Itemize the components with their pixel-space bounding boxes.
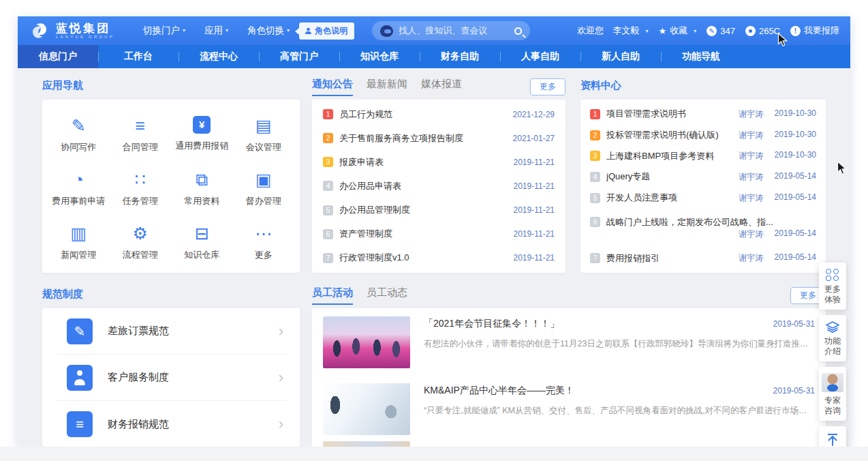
pencil-circle-icon: ✎ xyxy=(707,26,717,36)
activities-tabs: 员工活动 员工动态 xyxy=(312,286,407,305)
yuan-expense-icon: ¥ xyxy=(193,116,211,134)
stage-performance-photo xyxy=(323,316,410,368)
notice-title: 关于售前服务商务立项报告制度 xyxy=(339,132,506,145)
activity-item[interactable]: 「2021年会节目征集令！！！」 2019-05-31 有想法的小伙伴，请带着你… xyxy=(312,308,826,375)
notice-list: 1 员工行为规范 2021-12-29 2 关于售前服务商务立项报告制度 202… xyxy=(312,100,565,273)
app-shortcut[interactable]: ∷ 任务管理 xyxy=(110,170,172,207)
logo[interactable]: 蓝悦集团 LANYUE GROUP xyxy=(29,20,114,41)
nav-tab[interactable]: 知识仓库 xyxy=(339,45,420,68)
nav-tab[interactable]: 财务自助 xyxy=(420,45,500,68)
back-to-top-icon xyxy=(826,433,839,446)
user-menu[interactable]: 欢迎您 李文毅 ▾ xyxy=(577,25,649,37)
activities-header: 员工活动 员工动态 更多 xyxy=(312,286,826,305)
nav-tab[interactable]: 新人自助 xyxy=(580,45,661,68)
nav-tab[interactable]: 人事自助 xyxy=(500,45,580,68)
news-clipboard-icon: ▥ xyxy=(70,224,87,243)
expert-consult-button[interactable]: 专家咨询 xyxy=(819,367,846,421)
notices-tab[interactable]: 媒体报道 xyxy=(421,78,462,95)
notice-row[interactable]: 6 资产管理制度 2019-11-21 xyxy=(323,222,555,246)
chevron-right-icon: › xyxy=(279,324,283,339)
app-shortcut[interactable]: ▣ 督办管理 xyxy=(233,170,295,207)
nav-tab[interactable]: 高管门户 xyxy=(259,45,339,68)
app-shortcut[interactable]: ◔ 费用事前申请 xyxy=(48,170,110,207)
app-shortcut[interactable]: ⧉ 常用资料 xyxy=(171,170,233,207)
notices-tab[interactable]: 通知公告 xyxy=(312,78,353,96)
pencil-icon: ✎ xyxy=(72,116,86,135)
doc-date: 2019-10-30 xyxy=(775,108,816,120)
edit-count[interactable]: ✎ 347 xyxy=(707,26,735,36)
more-dots-icon: ⋯ xyxy=(255,224,272,243)
doc-row[interactable]: 1 项目管理需求说明书 谢宇涛2019-10-30 xyxy=(590,104,816,124)
notice-row[interactable]: 5 办公用品管理制度 2019-11-21 xyxy=(323,198,555,222)
doc-date: 2019-05-14 xyxy=(775,228,816,240)
notice-row[interactable]: 1 员工行为规范 2021-12-29 xyxy=(323,103,555,126)
doc-title: 费用报销指引 xyxy=(606,252,660,265)
search-icon[interactable] xyxy=(514,27,522,35)
nav-tab[interactable]: 信息门户 xyxy=(18,45,98,68)
rule-label: 差旅订票规范 xyxy=(108,325,169,338)
notice-date: 2019-11-21 xyxy=(514,253,555,263)
role-description-button[interactable]: 角色说明 xyxy=(299,23,354,40)
doc-author: 谢宇涛 xyxy=(739,108,764,120)
app-shortcut[interactable]: ✎ 协同写作 xyxy=(48,116,110,153)
doc-row[interactable]: 6 战略门户上线啦，定期发布公司战略、指... 谢宇涛2019-05-14 xyxy=(590,209,816,247)
doc-row[interactable]: 4 jQuery专题 谢宇涛2019-05-14 xyxy=(590,167,816,187)
nav-tab[interactable]: 流程中心 xyxy=(179,45,259,68)
favorites-menu[interactable]: ★ 收藏 ▾ xyxy=(659,25,697,37)
doc-title: 开发人员注意事项 xyxy=(606,192,677,204)
star-icon: ★ xyxy=(659,26,667,36)
search-placeholder: 找人、搜知识、查会议 xyxy=(399,25,509,37)
welcome-text: 欢迎您 xyxy=(577,25,604,37)
report-issue-button[interactable]: ! 我要报障 xyxy=(790,25,839,37)
rank-badge: 4 xyxy=(590,172,600,182)
notices-tab[interactable]: 最新新闻 xyxy=(367,78,407,95)
rank-badge: 1 xyxy=(590,109,600,119)
notice-row[interactable]: 3 报废申请表 2019-11-21 xyxy=(323,151,555,174)
chevron-right-icon: › xyxy=(279,417,283,432)
notice-date: 2019-11-21 xyxy=(514,158,555,167)
app-shortcut[interactable]: ¥ 通用费用报销 xyxy=(171,116,233,153)
nav-tab[interactable]: 工作台 xyxy=(98,45,179,68)
docs-card: 1 项目管理需求说明书 谢宇涛2019-10-30 2 投标管理需求说明书(确认… xyxy=(580,100,826,273)
app-shortcut[interactable]: ▥ 新闻管理 xyxy=(48,224,110,261)
rule-item[interactable]: ✎ 差旅订票规范 › xyxy=(56,308,286,355)
activity-title: KM&AIP产品中心半年会——完美！ xyxy=(424,385,765,397)
search-bar[interactable]: 找人、搜知识、查会议 xyxy=(372,21,530,40)
view-count[interactable]: 265C xyxy=(745,26,780,36)
notices-more-button[interactable]: 更多 xyxy=(530,78,565,95)
rank-badge: 6 xyxy=(323,229,333,239)
app-shortcut[interactable]: ⋯ 更多 xyxy=(233,224,295,261)
header-menu-item[interactable]: 切换门户▾ xyxy=(143,25,185,37)
doc-author: 谢宇涛 xyxy=(739,130,764,141)
notice-row[interactable]: 2 关于售前服务商务立项报告制度 2021-01-27 xyxy=(323,127,555,150)
rule-item[interactable]: ≡ 财务报销规范 › xyxy=(56,401,286,447)
app-shortcut[interactable]: ⊟ 知识仓库 xyxy=(171,224,233,261)
activity-image-partial xyxy=(323,441,410,447)
notices-tabs: 通知公告 最新新闻 媒体报道 xyxy=(312,78,462,96)
doc-row[interactable]: 3 上海建科BMP项目参考资料 谢宇涛2019-10-30 xyxy=(590,146,816,166)
notice-row[interactable]: 4 办公用品申请表 2019-11-21 xyxy=(323,175,555,198)
rule-item[interactable]: 客户服务制度 › xyxy=(56,355,286,401)
more-experience-button[interactable]: 更多体验 xyxy=(819,263,846,310)
feature-intro-button[interactable]: 功能介绍 xyxy=(819,315,846,361)
doc-row[interactable]: 5 开发人员注意事项 谢宇涛2019-05-14 xyxy=(590,188,816,208)
header-right: 欢迎您 李文毅 ▾ ★ 收藏 ▾ ✎ 347 265C ! 我要报障 xyxy=(577,25,839,37)
doc-row[interactable]: 7 费用报销指引 谢宇涛2019-05-14 xyxy=(590,248,816,268)
activity-item[interactable]: KM&AIP产品中心半年会——完美！ 2019-05-31 “只要专注,就能做成… xyxy=(312,375,826,442)
header-menu-item[interactable]: 应用▾ xyxy=(204,25,228,37)
back-to-top-button[interactable] xyxy=(819,426,846,447)
app-shortcut[interactable]: ▤ 会议管理 xyxy=(233,116,295,153)
doc-row[interactable]: 2 投标管理需求说明书(确认版) 谢宇涛2019-10-30 xyxy=(590,125,816,145)
app-shortcut[interactable]: ≡ 合同管理 xyxy=(110,116,172,153)
activities-tab[interactable]: 员工活动 xyxy=(312,286,353,305)
nav-tab[interactable]: 功能导航 xyxy=(661,45,741,68)
chevron-right-icon: › xyxy=(279,370,283,385)
notice-date: 2019-11-21 xyxy=(514,205,555,215)
header-menu-item[interactable]: 角色切换▾ xyxy=(247,25,290,37)
notice-row[interactable]: 7 行政管理制度v1.0 2019-11-21 xyxy=(323,246,555,269)
app-shortcut[interactable]: ⚙ 流程管理 xyxy=(110,224,172,261)
doc-date: 2019-05-14 xyxy=(775,171,816,183)
activities-tab[interactable]: 员工动态 xyxy=(367,286,407,303)
doc-author: 谢宇涛 xyxy=(739,150,764,162)
rule-label: 财务报销规范 xyxy=(108,418,169,431)
